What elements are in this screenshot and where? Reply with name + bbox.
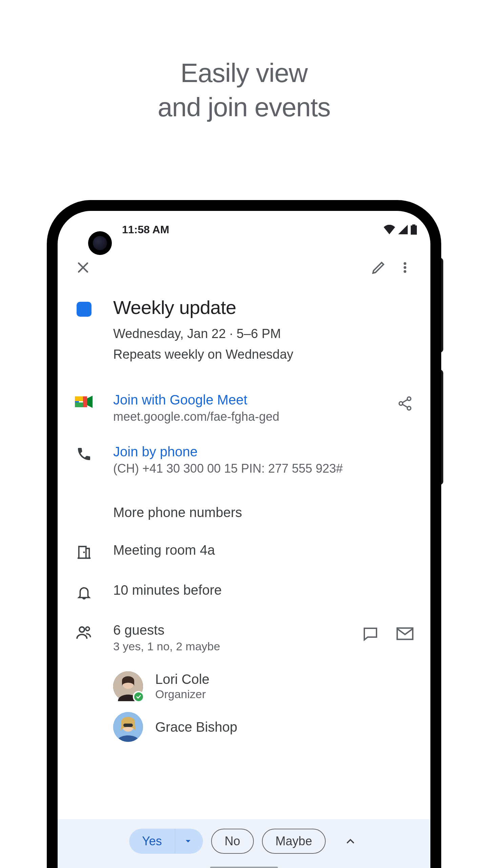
guest-role: Organizer — [155, 688, 209, 701]
join-meet-row[interactable]: Join with Google Meet meet.google.com/fa… — [74, 386, 414, 430]
join-meet-label: Join with Google Meet — [113, 392, 377, 408]
wifi-icon — [384, 225, 395, 234]
svg-point-3 — [404, 266, 406, 269]
chat-icon — [362, 626, 379, 642]
rsvp-yes-dropdown[interactable] — [175, 829, 203, 854]
email-guests-button[interactable] — [396, 625, 414, 643]
avatar — [113, 712, 143, 742]
reminder-row[interactable]: 10 minutes before — [74, 576, 414, 606]
svg-rect-1 — [412, 224, 415, 226]
phone-icon — [76, 446, 92, 462]
rsvp-yes-group: Yes — [129, 829, 203, 854]
promo-headline: Easily view and join events — [0, 0, 488, 125]
guests-count: 6 guests — [113, 623, 342, 638]
svg-rect-21 — [123, 724, 133, 727]
guest-item[interactable]: Grace Bishop — [113, 707, 414, 747]
close-button[interactable] — [74, 258, 92, 277]
guest-list: Lori Cole Organizer Grace Bishop — [74, 666, 414, 753]
status-badge-yes — [133, 691, 144, 703]
event-title: Weekly update — [113, 296, 414, 318]
guests-row[interactable]: 6 guests 3 yes, 1 no, 2 maybe — [74, 616, 414, 659]
rsvp-maybe-button[interactable]: Maybe — [262, 829, 326, 854]
people-icon — [76, 625, 93, 640]
promo-line-2: and join events — [0, 90, 488, 124]
svg-rect-8 — [83, 396, 87, 407]
guest-item[interactable]: Lori Cole Organizer — [113, 666, 414, 707]
join-phone-label: Join by phone — [113, 444, 414, 459]
status-bar: 11:58 AM — [58, 211, 430, 248]
svg-point-2 — [404, 262, 406, 265]
chevron-down-icon — [183, 836, 193, 846]
svg-point-14 — [86, 627, 89, 631]
meet-url: meet.google.com/fae-fgha-ged — [113, 410, 377, 424]
more-phone-numbers-row[interactable]: More phone numbers — [74, 499, 414, 526]
location-text: Meeting room 4a — [113, 542, 414, 558]
guests-summary: 3 yes, 1 no, 2 maybe — [113, 640, 342, 653]
phone-frame: 11:58 AM — [47, 200, 441, 868]
rsvp-bar: Yes No Maybe — [58, 819, 430, 868]
phone-number: (CH) +41 30 300 00 15 PIN: 277 555 923# — [113, 461, 414, 476]
google-meet-icon — [75, 394, 93, 409]
cellular-icon — [398, 225, 408, 234]
phone-screen: 11:58 AM — [58, 211, 430, 868]
mail-icon — [396, 627, 413, 640]
promo-line-1: Easily view — [0, 56, 488, 90]
svg-point-11 — [407, 407, 411, 410]
rsvp-no-button[interactable]: No — [211, 829, 254, 854]
svg-point-13 — [79, 627, 84, 632]
share-button[interactable] — [396, 394, 414, 413]
battery-icon — [411, 224, 417, 235]
event-recurrence: Repeats weekly on Wednesday — [113, 345, 414, 364]
check-icon — [136, 694, 142, 700]
svg-point-12 — [83, 552, 85, 553]
close-icon — [76, 260, 90, 275]
pencil-icon — [371, 260, 386, 275]
svg-rect-0 — [411, 225, 417, 235]
svg-point-4 — [404, 270, 406, 273]
status-time: 11:58 AM — [122, 223, 169, 236]
front-camera — [88, 231, 112, 255]
guest-name: Grace Bishop — [155, 719, 237, 735]
svg-point-9 — [407, 397, 411, 400]
event-header-row: Weekly update Wednesday, Jan 22 · 5–6 PM… — [74, 290, 414, 370]
event-datetime: Wednesday, Jan 22 · 5–6 PM — [113, 324, 414, 343]
reminder-text: 10 minutes before — [113, 583, 414, 598]
rsvp-expand-button[interactable] — [342, 833, 359, 850]
avatar — [113, 671, 143, 701]
edit-button[interactable] — [369, 258, 388, 277]
chevron-up-icon — [344, 835, 357, 847]
event-color-chip — [77, 302, 92, 317]
more-phone-numbers-label: More phone numbers — [113, 505, 414, 520]
rsvp-yes-button[interactable]: Yes — [129, 829, 175, 854]
more-vert-icon — [398, 260, 412, 275]
room-icon — [76, 545, 92, 560]
chat-guests-button[interactable] — [361, 625, 380, 643]
bell-icon — [76, 585, 92, 600]
overflow-menu-button[interactable] — [396, 258, 414, 277]
join-phone-row[interactable]: Join by phone (CH) +41 30 300 00 15 PIN:… — [74, 438, 414, 482]
guest-name: Lori Cole — [155, 672, 209, 687]
nav-handle — [210, 867, 278, 868]
svg-point-10 — [399, 402, 403, 405]
location-row[interactable]: Meeting room 4a — [74, 536, 414, 566]
share-icon — [397, 395, 413, 412]
app-bar — [58, 248, 430, 290]
